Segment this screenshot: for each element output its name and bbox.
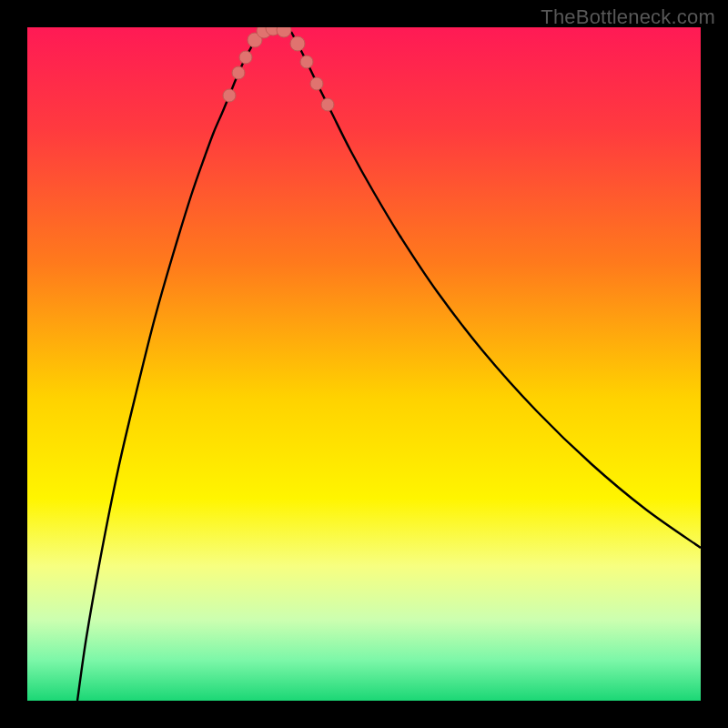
bottleneck-marker: [321, 98, 334, 111]
watermark-text: TheBottleneck.com: [541, 5, 715, 29]
bottleneck-marker: [223, 89, 236, 102]
bottleneck-marker: [310, 77, 323, 90]
plot-area: [27, 27, 701, 701]
bottleneck-marker: [277, 27, 291, 37]
chart-frame: TheBottleneck.com: [0, 0, 728, 728]
bottleneck-marker: [239, 51, 252, 64]
bottleneck-marker: [290, 36, 305, 51]
bottleneck-marker: [300, 56, 313, 68]
chart-svg: [27, 27, 701, 701]
bottleneck-marker: [232, 66, 245, 79]
background-rect: [27, 27, 701, 701]
